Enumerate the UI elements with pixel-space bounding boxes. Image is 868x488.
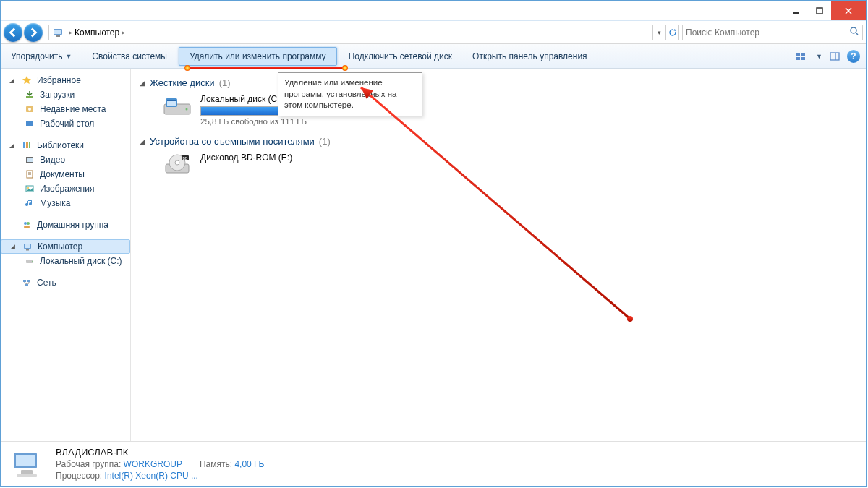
workgroup-value: WORKGROUP [124,459,182,469]
search-icon [849,26,859,38]
svg-rect-12 [801,57,805,60]
sidebar-label: Музыка [40,198,70,208]
drive-label: Дисковод BD-ROM (E:) [200,153,292,163]
sidebar-item-computer[interactable]: ◢ Компьютер [1,239,130,254]
preview-pane-button[interactable] [828,50,841,63]
sidebar-label: Компьютер [38,241,82,252]
sidebar-item-recent[interactable]: Недавние места [1,102,130,116]
svg-rect-53 [21,470,33,474]
sidebar-item-documents[interactable]: Документы [1,167,130,181]
forward-button[interactable] [24,23,43,42]
sidebar-item-videos[interactable]: Видео [1,153,130,167]
close-button[interactable] [831,1,866,20]
search-input[interactable] [686,27,849,38]
sidebar-label: Рабочий стол [40,119,94,129]
sidebar-item-favorites[interactable]: ◢ Избранное [1,73,130,87]
sidebar-label: Видео [40,155,65,165]
free-space-text: 25,8 ГБ свободно из 111 ГБ [200,117,331,126]
svg-rect-21 [26,142,28,148]
sidebar-item-music[interactable]: Музыка [1,196,130,210]
details-pane: ВЛАДИСЛАВ-ПК Рабочая группа: WORKGROUP П… [1,441,866,486]
network-icon [21,277,33,288]
svg-point-30 [24,222,27,225]
group-header-removable[interactable]: ◢ Устройства со съемными носителями (1) [140,136,857,147]
sidebar-item-pictures[interactable]: Изображения [1,181,130,196]
recent-icon [24,103,35,115]
open-control-panel-button[interactable]: Открыть панель управления [462,44,597,68]
computer-icon [9,448,44,480]
downloads-icon [24,89,35,100]
drive-local-c[interactable]: Локальный диск (C:) 25,8 ГБ свободно из … [161,94,857,126]
search-box[interactable] [682,25,863,40]
maximize-button[interactable] [808,1,831,20]
sidebar-label: Недавние места [40,104,106,114]
sidebar-label: Сеть [37,278,56,288]
svg-rect-24 [27,158,33,162]
breadcrumb-history-dropdown[interactable]: ▾ [652,25,665,40]
sidebar-item-homegroup[interactable]: Домашняя группа [1,218,130,232]
svg-rect-45 [167,100,176,101]
back-button[interactable] [4,23,22,42]
tooltip-uninstall: Удаление или изменение программ, установ… [278,72,422,116]
explorer-body: ◢ Избранное Загрузки Недавние места Рабо… [1,69,866,441]
sidebar-item-desktop[interactable]: Рабочий стол [1,116,130,131]
svg-rect-20 [23,142,25,148]
svg-rect-19 [28,127,31,127]
star-icon [21,74,33,86]
svg-rect-15 [26,96,33,98]
svg-point-7 [851,27,856,33]
svg-rect-11 [796,57,800,60]
music-icon [24,197,35,209]
homegroup-icon [21,219,33,231]
collapse-icon: ◢ [10,243,17,250]
svg-point-37 [32,261,33,262]
svg-point-42 [186,108,188,111]
view-options-button[interactable] [794,50,807,63]
svg-rect-18 [26,121,33,126]
command-bar: Упорядочить ▼ Свойства системы Удалить и… [1,44,866,69]
sidebar-item-libraries[interactable]: ◢ Библиотеки [1,138,130,153]
navigation-pane: ◢ Избранное Загрузки Недавние места Рабо… [1,69,131,441]
svg-point-17 [28,108,31,111]
chevron-down-icon: ▼ [816,53,822,60]
svg-rect-5 [54,30,61,34]
minimize-button[interactable] [785,1,808,20]
group-title: Устройства со съемными носителями [150,136,315,147]
window-title-bar [1,1,866,21]
memory-value: 4,00 ГБ [234,459,264,469]
svg-rect-6 [56,35,60,37]
organize-menu[interactable]: Упорядочить ▼ [1,44,82,68]
svg-text:BD: BD [183,156,188,160]
group-count: (1) [319,136,331,147]
bdrom-drive-icon: BD [161,153,193,179]
chevron-down-icon: ▼ [65,53,72,60]
breadcrumb-computer[interactable]: Компьютер [75,27,119,38]
svg-rect-10 [801,53,805,56]
drive-bdrom-e[interactable]: BD Дисковод BD-ROM (E:) [161,153,857,179]
svg-rect-32 [24,226,30,228]
sidebar-item-local-disk-c[interactable]: Локальный диск (C:) [1,254,130,268]
chevron-right-icon: ▸ [122,28,125,36]
pictures-icon [24,183,35,194]
svg-point-29 [27,187,29,189]
uninstall-program-button[interactable]: Удалить или изменить программу [179,47,337,66]
svg-rect-52 [16,455,35,466]
map-network-drive-button[interactable]: Подключить сетевой диск [339,44,462,68]
annotation-dot [342,65,348,71]
content-pane: ◢ Жесткие диски (1) Локальный диск (C:) … [131,69,866,441]
refresh-button[interactable] [665,25,678,40]
workgroup-label: Рабочая группа: [56,459,121,469]
svg-point-48 [175,160,179,165]
sidebar-item-network[interactable]: Сеть [1,275,130,290]
svg-rect-0 [793,12,799,14]
group-header-hdd[interactable]: ◢ Жесткие диски (1) [140,77,857,88]
svg-rect-13 [830,53,839,60]
sidebar-item-downloads[interactable]: Загрузки [1,87,130,102]
hard-drive-icon [161,94,193,120]
libraries-icon [21,140,33,151]
breadcrumb[interactable]: ▸ Компьютер ▸ ▾ [48,25,679,40]
computer-icon [52,27,64,38]
system-properties-button[interactable]: Свойства системы [82,44,177,68]
help-button[interactable]: ? [847,50,860,63]
svg-rect-9 [796,53,800,56]
